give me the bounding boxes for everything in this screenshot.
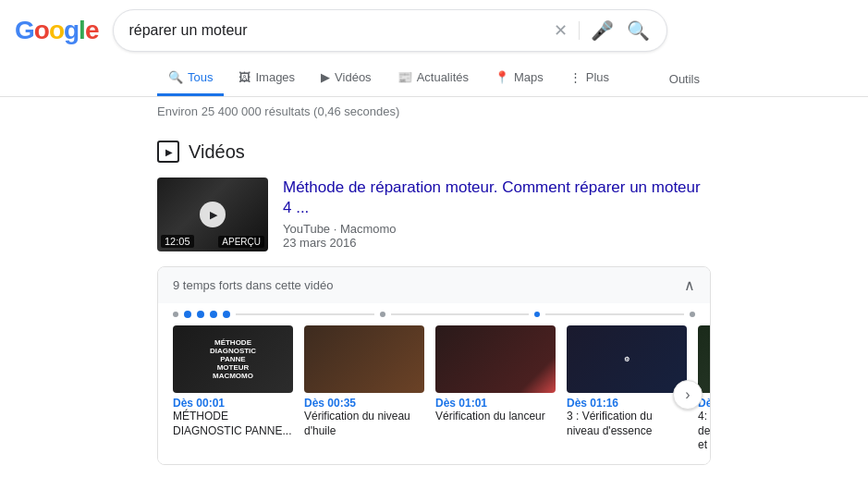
clip-thumb-5 (698, 325, 710, 393)
tab-maps[interactable]: 📍 Maps (483, 61, 555, 96)
video-source: YouTube · Macmomo (283, 222, 397, 236)
plus-tab-icon: ⋮ (569, 70, 581, 84)
tab-plus-label: Plus (586, 70, 609, 84)
videos-section-title: Vidéos (0, 126, 868, 170)
clip-label-1: MÉTHODE DIAGNOSTIC PANNE... (173, 410, 293, 438)
clip-item-1[interactable]: MÉTHODEDIAGNOSTICPANNEMOTEURMACMOMO Dès … (173, 325, 293, 438)
video-title-link[interactable]: Méthode de réparation moteur. Comment ré… (283, 178, 701, 216)
highlights-header[interactable]: 9 temps forts dans cette vidéo ∧ (158, 267, 710, 303)
dot-line (236, 313, 374, 315)
close-icon: ✕ (554, 20, 568, 41)
highlights-box: 9 temps forts dans cette vidéo ∧ MÉTHODE… (157, 266, 711, 465)
search-action-icons: ✕ 🎤 🔍 (552, 18, 652, 43)
tab-tous-label: Tous (188, 70, 213, 84)
google-logo: Google (15, 16, 98, 45)
clip-label-5: 4: Vérification de l'allumage et bougie (698, 410, 710, 453)
video-duration: 12:05 (161, 235, 194, 248)
actualites-tab-icon: 📰 (397, 70, 412, 84)
results-count: Environ 25 400 000 résultats (0,46 secon… (0, 97, 868, 126)
maps-tab-icon: 📍 (495, 70, 509, 84)
search-icon: 🔍 (627, 19, 650, 42)
clip-time-3: Dès 01:01 (435, 397, 556, 410)
clip-label-4: 3 : Vérification du niveau d'essence (567, 410, 687, 438)
search-input[interactable] (128, 22, 552, 39)
video-info: Méthode de réparation moteur. Comment ré… (283, 178, 711, 250)
video-result: 12:05 APERÇU Méthode de réparation moteu… (0, 170, 868, 259)
tab-actualites-label: Actualités (417, 70, 469, 84)
dots-indicator (158, 303, 710, 325)
tab-tous[interactable]: 🔍 Tous (157, 61, 224, 96)
highlights-label: 9 temps forts dans cette vidéo (173, 278, 333, 292)
outils-label: Outils (669, 72, 700, 86)
clips-row: MÉTHODEDIAGNOSTICPANNEMOTEURMACMOMO Dès … (158, 325, 710, 464)
clips-next-button[interactable]: › (673, 380, 703, 410)
tab-images[interactable]: 🖼 Images (227, 61, 306, 96)
dot-3 (210, 311, 217, 318)
chevron-up-icon: ∧ (684, 276, 695, 294)
dot-line-2 (391, 313, 530, 315)
outils-button[interactable]: Outils (658, 63, 711, 95)
clip-thumb-3 (435, 325, 556, 393)
clip-thumb-text-1: MÉTHODEDIAGNOSTICPANNEMOTEURMACMOMO (206, 335, 260, 384)
dot-line-3 (545, 313, 684, 315)
clip-item-3[interactable]: Dès 01:01 Vérification du lanceur (435, 325, 556, 424)
search-button[interactable]: 🔍 (625, 18, 652, 43)
microphone-icon: 🎤 (591, 19, 614, 42)
tab-videos[interactable]: ▶ Vidéos (310, 61, 383, 96)
clip-item-4[interactable]: ⚙ Dès 01:16 3 : Vérification du niveau d… (567, 325, 687, 438)
clip-thumb-2 (304, 325, 424, 393)
divider (579, 21, 580, 40)
voice-search-button[interactable]: 🎤 (589, 18, 616, 43)
header: Google ✕ 🎤 🔍 (0, 0, 868, 61)
apercu-label: APERÇU (218, 236, 264, 248)
dot-0 (173, 312, 178, 317)
chevron-right-icon: › (685, 386, 690, 403)
dot-1 (184, 311, 191, 318)
images-tab-icon: 🖼 (238, 70, 251, 84)
search-tab-icon: 🔍 (168, 70, 183, 84)
dot-4 (223, 311, 230, 318)
videos-tab-icon: ▶ (321, 70, 330, 84)
clip-time-4: Dès 01:16 (567, 397, 687, 410)
clip-thumb-text-4: ⚙ (620, 352, 633, 367)
tab-maps-label: Maps (514, 70, 544, 84)
video-thumbnail[interactable]: 12:05 APERÇU (157, 178, 268, 251)
dot-7 (534, 312, 540, 317)
video-meta: YouTube · Macmomo 23 mars 2016 (283, 222, 711, 250)
clear-button[interactable]: ✕ (552, 18, 569, 43)
clips-container: MÉTHODEDIAGNOSTICPANNEMOTEURMACMOMO Dès … (158, 325, 710, 464)
clip-item-2[interactable]: Dès 00:35 Vérification du niveau d'huile (304, 325, 424, 438)
play-button-icon (200, 202, 226, 227)
tab-plus[interactable]: ⋮ Plus (558, 61, 620, 96)
clip-thumb-4: ⚙ (567, 325, 687, 393)
dot-2 (197, 311, 204, 318)
video-section-icon (157, 141, 179, 163)
dot-5 (380, 312, 385, 317)
search-bar: ✕ 🎤 🔍 (113, 9, 667, 52)
tab-videos-label: Vidéos (335, 70, 372, 84)
tab-actualites[interactable]: 📰 Actualités (386, 61, 480, 96)
dot-8 (690, 312, 695, 317)
clip-label-2: Vérification du niveau d'huile (304, 410, 424, 438)
clip-label-3: Vérification du lanceur (435, 410, 556, 424)
nav-tabs: 🔍 Tous 🖼 Images ▶ Vidéos 📰 Actualités 📍 … (0, 61, 868, 97)
clip-time-2: Dès 00:35 (304, 397, 424, 410)
tab-images-label: Images (255, 70, 295, 84)
video-date: 23 mars 2016 (283, 236, 357, 250)
clip-thumb-1: MÉTHODEDIAGNOSTICPANNEMOTEURMACMOMO (173, 325, 293, 393)
clip-time-1: Dès 00:01 (173, 397, 293, 410)
